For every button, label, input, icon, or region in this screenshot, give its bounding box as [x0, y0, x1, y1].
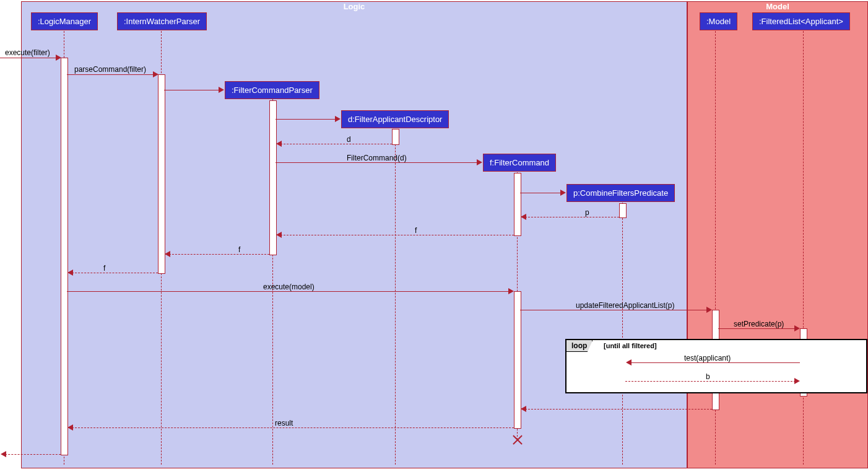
- arrowhead-create-filter-command-parser: [219, 87, 224, 93]
- arrow-result: [69, 427, 514, 428]
- msg-p: p: [585, 208, 589, 217]
- loop-fragment: loop [until all filtered]: [565, 339, 867, 393]
- arrow-set-predicate: [718, 328, 799, 329]
- arrowhead-return-model: [521, 406, 526, 412]
- arrowhead-return-f-1: [276, 232, 282, 238]
- sequence-diagram: Logic Model :LogicManager :InternWatcher…: [0, 0, 868, 469]
- arrowhead-return-b: [794, 378, 800, 384]
- activation-logic-manager: [61, 58, 68, 455]
- arrowhead-update-filtered: [706, 307, 712, 313]
- arrow-create-filter-command: [276, 162, 481, 163]
- arrow-create-predicate: [520, 193, 565, 193]
- participant-filter-applicant-descriptor: d:FilterApplicantDescriptor: [341, 110, 449, 128]
- msg-test-applicant: test(applicant): [684, 354, 731, 362]
- arrowhead-result: [67, 424, 73, 431]
- participant-filter-command-parser: :FilterCommandParser: [225, 81, 319, 99]
- arrow-update-filtered: [520, 310, 711, 310]
- arrowhead-test-applicant: [626, 359, 631, 366]
- arrowhead-return-external: [1, 451, 6, 457]
- arrowhead-create-filter-command: [477, 159, 482, 165]
- lifeline-filtered-list: [803, 31, 804, 465]
- arrow-execute-filter: [0, 58, 60, 58]
- arrowhead-parse-command: [153, 71, 158, 77]
- msg-execute-model: execute(model): [263, 283, 315, 291]
- arrow-test-applicant: [627, 362, 800, 363]
- lifeline-filter-applicant-descriptor: [395, 129, 396, 465]
- arrow-return-f-1: [277, 235, 514, 235]
- arrowhead-return-p: [521, 214, 526, 220]
- participant-logic-manager: :LogicManager: [31, 12, 98, 30]
- model-box-title: Model: [762, 1, 793, 12]
- msg-f-2: f: [238, 245, 240, 254]
- msg-update-filtered: updateFilteredApplicantList(p): [576, 301, 674, 310]
- arrow-return-f-2: [166, 254, 269, 255]
- arrow-return-b: [625, 381, 799, 382]
- msg-f-3: f: [103, 264, 105, 273]
- participant-model: :Model: [700, 12, 737, 30]
- arrowhead-return-f-3: [67, 270, 73, 276]
- arrowhead-set-predicate: [794, 325, 800, 331]
- participant-filter-command: f:FilterCommand: [483, 154, 556, 172]
- msg-d: d: [347, 135, 351, 144]
- arrow-return-d: [277, 144, 392, 144]
- destroy-filter-command: [512, 435, 522, 445]
- activation-combine-filters-predicate-1: [619, 203, 627, 218]
- msg-parse-command: parseCommand(filter): [74, 65, 146, 74]
- arrow-return-p: [522, 217, 619, 217]
- participant-combine-filters-predicate: p:CombineFiltersPredicate: [566, 184, 675, 202]
- lifeline-combine-filters-predicate: [622, 203, 623, 465]
- arrow-parse-command: [67, 74, 157, 75]
- activation-filter-command-1: [514, 173, 521, 236]
- arrow-return-model: [522, 409, 712, 410]
- arrowhead-create-descriptor: [335, 116, 341, 122]
- arrow-execute-model: [67, 291, 513, 292]
- arrowhead-return-d: [276, 141, 282, 147]
- msg-b: b: [706, 372, 710, 381]
- arrowhead-execute-model: [508, 288, 514, 294]
- activation-intern-watcher-parser: [158, 74, 165, 274]
- arrowhead-create-predicate: [560, 190, 566, 196]
- msg-result: result: [275, 419, 293, 427]
- arrow-create-filter-command-parser: [164, 90, 223, 90]
- loop-label: loop: [566, 340, 592, 352]
- arrow-return-external: [2, 454, 61, 455]
- participant-intern-watcher-parser: :InternWatcherParser: [117, 12, 207, 30]
- arrow-create-descriptor: [276, 119, 339, 120]
- arrow-return-f-3: [69, 273, 158, 273]
- participant-filtered-list: :FilteredList<Applicant>: [752, 12, 850, 30]
- activation-filter-applicant-descriptor: [392, 129, 399, 145]
- arrowhead-execute-filter: [56, 55, 61, 61]
- msg-execute-filter: execute(filter): [5, 48, 50, 57]
- logic-box-title: Logic: [340, 1, 369, 12]
- loop-condition: [until all filtered]: [604, 342, 657, 349]
- msg-set-predicate: setPredicate(p): [734, 320, 784, 328]
- arrowhead-return-f-2: [165, 251, 170, 257]
- msg-f-1: f: [415, 226, 417, 235]
- msg-filter-command-d: FilterCommand(d): [347, 154, 407, 162]
